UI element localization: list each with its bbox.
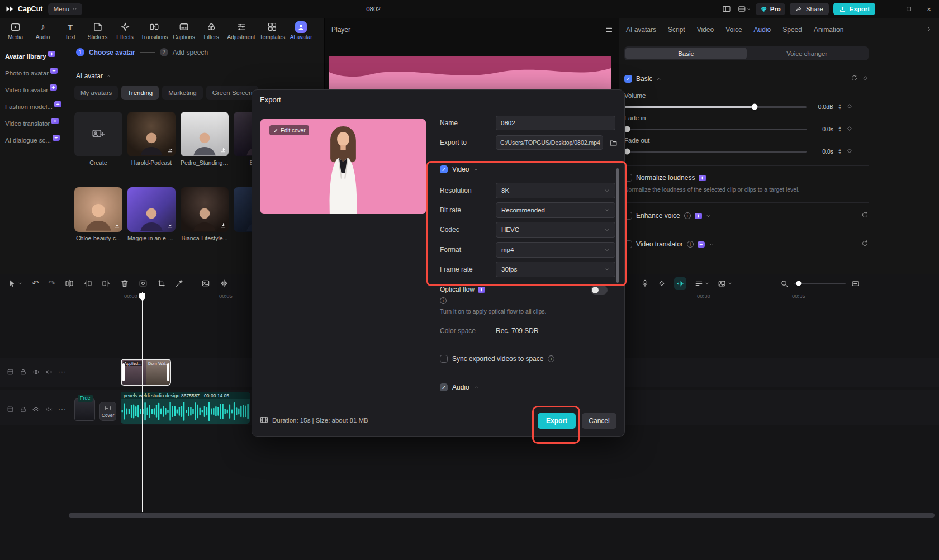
crop-icon[interactable] [157, 279, 165, 288]
fade-in-slider[interactable] [624, 129, 807, 130]
info-icon[interactable]: i [440, 297, 447, 304]
video-section-checkbox[interactable]: ✓ [440, 165, 448, 173]
tab-animation[interactable]: Animation [814, 26, 843, 34]
download-icon[interactable] [167, 222, 173, 230]
mute-icon[interactable] [45, 406, 53, 413]
ribbon-item-templates[interactable]: Templates [258, 21, 288, 40]
optical-flow-toggle[interactable] [591, 286, 608, 295]
maximize-button[interactable] [899, 0, 919, 18]
reset-icon[interactable] [861, 211, 869, 220]
chevron-up-icon[interactable] [473, 167, 478, 172]
tab-video[interactable]: Video [697, 26, 714, 34]
volume-slider[interactable] [624, 106, 807, 108]
zoom-out-icon[interactable] [780, 279, 789, 288]
frame-rate-dropdown[interactable]: 30fps [496, 262, 615, 277]
fade-out-stepper[interactable]: ▲▼ [838, 148, 842, 155]
cover-button[interactable]: Cover [99, 402, 116, 421]
edit-cover-button[interactable]: Edit cover [269, 125, 309, 135]
keyframe-icon[interactable] [846, 148, 853, 156]
bit-rate-dropdown[interactable]: Recommended [496, 202, 615, 218]
track-view-icon[interactable] [695, 279, 709, 288]
fade-in-stepper[interactable]: ▲▼ [838, 126, 842, 132]
menu-button[interactable]: Menu [48, 3, 82, 15]
ribbon-item-media[interactable]: Media [2, 21, 29, 40]
ai-avatar-section-header[interactable]: AI avatar [76, 72, 111, 80]
format-dropdown[interactable]: mp4 [496, 242, 615, 258]
magic-tool-icon[interactable] [175, 279, 184, 288]
enhance-voice-checkbox[interactable] [624, 212, 632, 220]
reset-icon[interactable] [851, 74, 858, 83]
chevron-up-icon[interactable] [474, 385, 479, 390]
minimize-button[interactable]: – [879, 0, 899, 18]
download-icon[interactable] [167, 147, 173, 155]
pro-badge[interactable]: Pro [756, 3, 785, 15]
export-confirm-button[interactable]: Export [538, 413, 576, 429]
trim-right-icon[interactable] [102, 279, 111, 288]
more-icon[interactable]: ··· [58, 368, 67, 376]
ribbon-item-ai-avatar[interactable]: AI avatar [287, 21, 315, 40]
undo-icon[interactable]: ↶ [32, 278, 39, 288]
download-icon[interactable] [220, 147, 226, 155]
player-menu-icon[interactable] [605, 26, 613, 34]
reset-icon[interactable] [861, 240, 869, 249]
normalize-loudness-checkbox[interactable] [624, 174, 632, 182]
keyframe-tool-icon[interactable] [658, 279, 666, 287]
download-icon[interactable] [114, 222, 120, 230]
keyframe-icon[interactable] [846, 103, 853, 111]
freeze-frame-icon[interactable] [201, 279, 210, 288]
info-icon[interactable]: i [687, 241, 694, 248]
fade-in-slider-knob[interactable] [624, 126, 630, 132]
lock-icon[interactable] [20, 406, 27, 413]
trim-left-icon[interactable] [83, 279, 92, 288]
redo-icon[interactable]: ↷ [49, 278, 56, 288]
dialog-scrollbar[interactable] [616, 168, 619, 283]
info-icon[interactable]: i [684, 212, 691, 219]
tab-script[interactable]: Script [668, 26, 685, 34]
ribbon-item-adjustment[interactable]: Adjustment [225, 21, 258, 40]
close-button[interactable]: × [919, 0, 939, 18]
fade-out-slider[interactable] [624, 151, 807, 153]
mask-icon[interactable] [139, 279, 148, 288]
download-icon[interactable] [220, 222, 226, 230]
volume-stepper[interactable]: ▲▼ [838, 103, 842, 110]
sidebar-item-ai-dialogue[interactable]: AI dialogue sc... [0, 132, 69, 149]
keyframe-icon[interactable] [846, 125, 853, 134]
sidebar-item-video-to-avatar[interactable]: Video to avatar [0, 82, 69, 98]
tab-green-screen[interactable]: Green Screen [206, 86, 259, 100]
layout-mode-icon[interactable] [738, 3, 751, 15]
info-icon[interactable]: i [548, 355, 554, 362]
codec-dropdown[interactable]: HEVC [496, 222, 615, 238]
timeline-horizontal-scrollbar[interactable] [69, 513, 935, 518]
export-path-field[interactable]: C:/Users/TOPGUS/Desktop/0802.mp4 [496, 135, 603, 150]
zoom-slider-knob[interactable] [796, 281, 802, 286]
ribbon-item-text[interactable]: TText [56, 21, 84, 40]
mirror-icon[interactable] [220, 279, 229, 288]
volume-slider-knob[interactable] [752, 104, 758, 110]
playhead-handle[interactable] [139, 293, 145, 299]
split-icon[interactable] [65, 279, 74, 288]
video-clip-selected[interactable]: Applied... Dom-Wal... [121, 359, 171, 386]
create-avatar-card[interactable] [74, 112, 122, 156]
chevron-up-icon[interactable] [656, 77, 661, 82]
cancel-button[interactable]: Cancel [582, 413, 616, 429]
track-header-icon[interactable] [7, 406, 14, 413]
avatar-card[interactable] [127, 187, 176, 232]
sidebar-item-avatar-library[interactable]: Avatar library [0, 48, 69, 65]
record-voiceover-icon[interactable] [641, 279, 649, 288]
avatar-card[interactable] [181, 112, 229, 156]
mute-icon[interactable] [45, 368, 53, 376]
ribbon-item-transitions[interactable]: Transitions [139, 21, 170, 40]
tab-marketing[interactable]: Marketing [162, 86, 203, 100]
more-icon[interactable]: ··· [58, 405, 67, 413]
tab-ai-avatars[interactable]: AI avatars [626, 26, 656, 34]
avatar-card[interactable] [74, 187, 122, 232]
share-button[interactable]: Share [790, 3, 829, 15]
titlebar-export-button[interactable]: Export [833, 3, 875, 15]
zoom-slider[interactable] [794, 283, 846, 284]
folder-icon[interactable] [606, 136, 620, 149]
select-tool-icon[interactable] [8, 279, 22, 288]
resolution-dropdown[interactable]: 8K [496, 183, 615, 198]
zoom-fit-icon[interactable] [851, 279, 860, 288]
sync-to-space-checkbox[interactable] [440, 355, 448, 363]
sidebar-item-fashion-model[interactable]: Fashion model... [0, 98, 69, 115]
